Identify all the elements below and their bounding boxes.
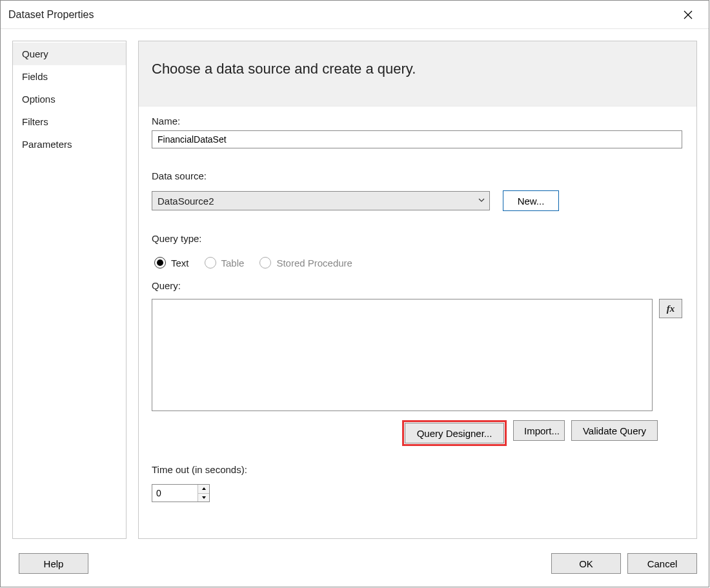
import-button[interactable]: Import... — [513, 420, 565, 441]
chevron-down-icon — [477, 196, 486, 205]
datasource-select[interactable]: DataSource2 — [152, 191, 490, 210]
name-input[interactable] — [152, 130, 682, 148]
timeout-label: Time out (in seconds): — [152, 464, 684, 475]
ok-button[interactable]: OK — [551, 553, 621, 574]
dialog-footer: Help OK Cancel — [1, 551, 709, 587]
name-label: Name: — [152, 116, 684, 127]
query-label: Query: — [152, 280, 684, 291]
close-icon — [684, 10, 693, 19]
close-button[interactable] — [675, 2, 701, 28]
radio-text-label: Text — [171, 258, 189, 269]
panel-content: Name: Data source: DataSource2 New... Qu… — [139, 106, 696, 538]
radio-circle-icon — [205, 257, 216, 269]
sidebar-item-parameters[interactable]: Parameters — [13, 133, 126, 156]
radio-sp-label: Stored Procedure — [276, 258, 352, 269]
sidebar: Query Fields Options Filters Parameters — [12, 41, 127, 539]
radio-circle-icon — [259, 257, 271, 269]
new-datasource-button[interactable]: New... — [503, 190, 559, 211]
radio-table[interactable]: Table — [205, 257, 245, 269]
radio-table-label: Table — [221, 258, 245, 269]
query-designer-highlight: Query Designer... — [402, 420, 507, 446]
panel-heading: Choose a data source and create a query. — [139, 41, 696, 106]
svg-marker-2 — [202, 487, 206, 490]
sidebar-item-fields[interactable]: Fields — [13, 65, 126, 88]
querytype-radio-group: Text Table Stored Procedure — [152, 254, 684, 269]
timeout-up-button[interactable] — [198, 485, 209, 494]
radio-circle-icon — [154, 257, 166, 269]
help-button[interactable]: Help — [19, 553, 88, 574]
chevron-up-icon — [201, 487, 207, 491]
titlebar: Dataset Properties — [1, 1, 709, 29]
radio-text[interactable]: Text — [154, 257, 189, 269]
datasource-label: Data source: — [152, 170, 684, 181]
sidebar-item-options[interactable]: Options — [13, 88, 126, 110]
querytype-label: Query type: — [152, 233, 684, 244]
sidebar-item-query[interactable]: Query — [13, 43, 126, 65]
radio-stored-procedure[interactable]: Stored Procedure — [259, 257, 352, 269]
datasource-value: DataSource2 — [157, 196, 214, 207]
expression-button[interactable]: fx — [659, 299, 682, 318]
timeout-input[interactable] — [152, 487, 198, 500]
timeout-spinner — [152, 484, 210, 502]
svg-marker-3 — [202, 496, 206, 499]
dataset-properties-dialog: Dataset Properties Query Fields Options … — [0, 0, 709, 587]
query-designer-button[interactable]: Query Designer... — [405, 423, 504, 443]
dialog-body: Query Fields Options Filters Parameters … — [1, 29, 709, 551]
fx-icon: fx — [667, 303, 675, 314]
chevron-down-icon — [201, 496, 207, 500]
query-textarea[interactable] — [152, 299, 653, 411]
dialog-title: Dataset Properties — [8, 9, 675, 21]
cancel-button[interactable]: Cancel — [627, 553, 697, 574]
query-buttons-row: Query Designer... Import... Validate Que… — [402, 420, 684, 446]
sidebar-item-filters[interactable]: Filters — [13, 110, 126, 133]
validate-query-button[interactable]: Validate Query — [571, 420, 658, 441]
main-panel: Choose a data source and create a query.… — [138, 41, 697, 539]
timeout-down-button[interactable] — [198, 494, 209, 502]
